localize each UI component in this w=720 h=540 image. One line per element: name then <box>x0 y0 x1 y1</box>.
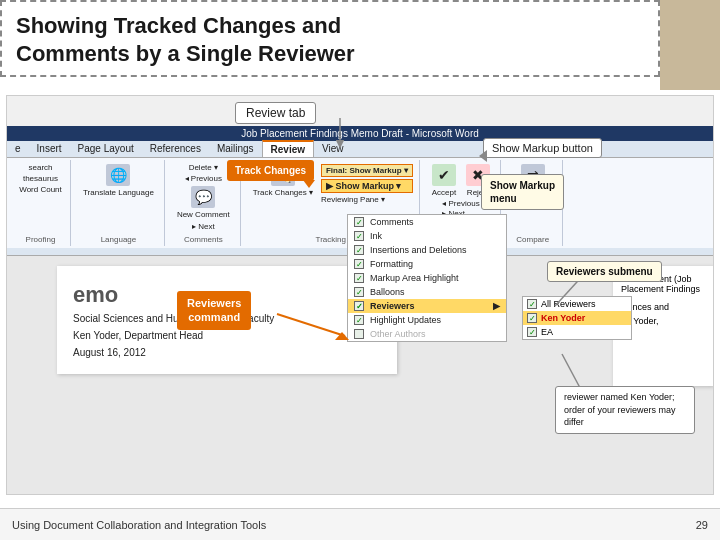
title-area: Showing Tracked Changes and Comments by … <box>0 0 660 77</box>
md-item-insertions[interactable]: Insertions and Deletions <box>348 243 506 257</box>
ribbon-tabs: e Insert Page Layout References Mailings… <box>7 141 713 158</box>
btn-next-comment[interactable]: ▸ Next <box>190 221 217 232</box>
group-label-tracking: Tracking <box>316 233 346 244</box>
checkbox-ink <box>354 231 364 241</box>
md-item-balloons[interactable]: Balloons <box>348 285 506 299</box>
reviewers-submenu-panel: All Reviewers Ken Yoder EA <box>522 296 632 340</box>
md-item-reviewers[interactable]: Reviewers ▶ <box>348 299 506 313</box>
tab-review[interactable]: Review <box>262 140 314 157</box>
rs-item-ea[interactable]: EA <box>523 325 631 339</box>
checkbox-reviewers <box>354 301 364 311</box>
group-label-comments: Comments <box>184 233 223 244</box>
tab-insert[interactable]: Insert <box>29 141 70 157</box>
btn-new-comment[interactable]: 💬 New Comment <box>173 184 234 221</box>
callout-ken-yoder: reviewer named Ken Yoder; order of your … <box>555 386 695 434</box>
group-label-language: Language <box>101 233 137 244</box>
btn-previous-change[interactable]: ◂ Previous <box>442 199 479 208</box>
ribbon-group-language: 🌐 Translate Language Language <box>73 160 165 246</box>
btn-final-show-markup[interactable]: Final: Show Markup ▾ <box>321 164 413 177</box>
callout-reviewers-command: Reviewerscommand <box>177 291 251 330</box>
slide-title: Showing Tracked Changes and Comments by … <box>16 12 644 67</box>
group-label-compare: Compare <box>516 233 549 244</box>
checkbox-markup-area <box>354 273 364 283</box>
md-item-other[interactable]: Other Authors <box>348 327 506 341</box>
translate-icon: 🌐 <box>106 164 130 186</box>
tab-e[interactable]: e <box>7 141 29 157</box>
title-bar: Job Placement Findings Memo Draft - Micr… <box>7 126 713 141</box>
tab-mailings[interactable]: Mailings <box>209 141 262 157</box>
accept-icon: ✔ <box>432 164 456 186</box>
rs-item-all[interactable]: All Reviewers <box>523 297 631 311</box>
btn-show-markup[interactable]: ▶ Show Markup ▾ <box>321 179 413 193</box>
checkbox-all-reviewers <box>527 299 537 309</box>
checkbox-ken <box>527 313 537 323</box>
ribbon-group-proofing: search thesaurus Word Count Proofing <box>11 160 71 246</box>
callout-track-changes: Track Changes <box>227 160 314 181</box>
checkbox-formatting <box>354 259 364 269</box>
callout-reviewers-submenu: Reviewers submenu <box>547 261 662 282</box>
doc-line-2: Ken Yoder, Department Head <box>73 328 381 343</box>
btn-reviewing-pane[interactable]: Reviewing Pane ▾ <box>321 195 413 204</box>
tab-references[interactable]: References <box>142 141 209 157</box>
callout-show-markup-menu: Show Markupmenu <box>481 174 564 210</box>
reviewers-arrow-icon: ▶ <box>493 301 500 311</box>
show-markup-dropdown: Comments Ink Insertions and Deletions Fo… <box>347 214 507 342</box>
footer-right: 29 <box>696 519 708 531</box>
md-item-formatting[interactable]: Formatting <box>348 257 506 271</box>
checkbox-balloons <box>354 287 364 297</box>
md-item-comments[interactable]: Comments <box>348 215 506 229</box>
md-item-ink[interactable]: Ink <box>348 229 506 243</box>
checkbox-highlight <box>354 315 364 325</box>
comment-icon: 💬 <box>191 186 215 208</box>
tab-view[interactable]: View <box>314 141 352 157</box>
checkbox-other <box>354 329 364 339</box>
screenshot-area: Review tab Job Placement Findings Memo D… <box>6 95 714 495</box>
rs-item-ken[interactable]: Ken Yoder <box>523 311 631 325</box>
checkbox-insertions <box>354 245 364 255</box>
track-changes-arrow-icon <box>303 180 315 188</box>
bottom-bar: Using Document Collaboration and Integra… <box>0 508 720 540</box>
checkbox-ea <box>527 327 537 337</box>
doc-line-3: August 16, 2012 <box>73 345 381 360</box>
tab-page-layout[interactable]: Page Layout <box>70 141 142 157</box>
side-decoration <box>660 0 720 90</box>
btn-delete[interactable]: Delete ▾ <box>187 162 220 173</box>
btn-translate[interactable]: 🌐 Translate Language <box>79 162 158 199</box>
md-item-highlight[interactable]: Highlight Updates <box>348 313 506 327</box>
footer-left: Using Document Collaboration and Integra… <box>12 519 266 531</box>
md-item-markup-area[interactable]: Markup Area Highlight <box>348 271 506 285</box>
btn-word-count[interactable]: Word Count <box>17 184 64 195</box>
btn-previous-comment[interactable]: ◂ Previous <box>183 173 224 184</box>
group-label-proofing: Proofing <box>26 233 56 244</box>
callout-review-tab: Review tab <box>235 102 316 124</box>
btn-thesaurus[interactable]: thesaurus <box>21 173 60 184</box>
checkbox-comments <box>354 217 364 227</box>
right-page-text3: en Yoder, <box>621 316 705 326</box>
btn-accept[interactable]: ✔ Accept <box>428 162 460 199</box>
right-page-text2: ciences and <box>621 302 705 312</box>
btn-search[interactable]: search <box>26 162 54 173</box>
show-markup-arrow <box>479 150 487 162</box>
callout-show-markup-button: Show Markup button <box>483 138 602 158</box>
